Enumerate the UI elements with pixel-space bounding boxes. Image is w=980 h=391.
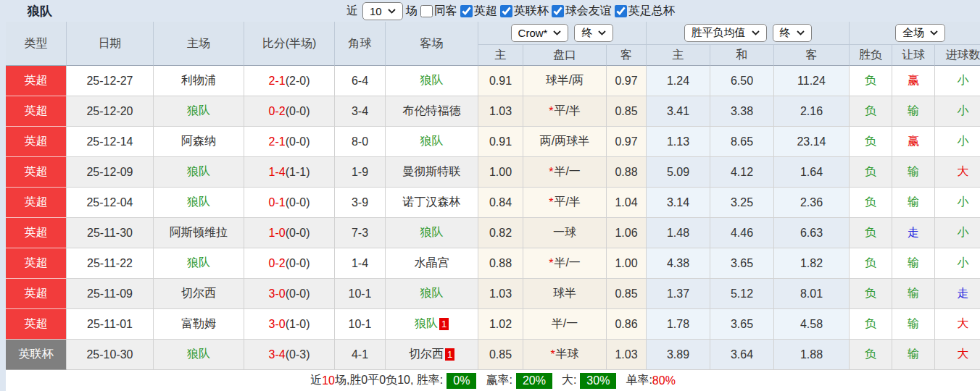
recent-count-select[interactable]: 10 <box>362 2 403 20</box>
away-team-link[interactable]: 布伦特福德 <box>403 104 461 119</box>
score-cell: 3-4(0-3) <box>244 340 335 370</box>
avg-draw-value: 6.50 <box>731 75 753 88</box>
avg-home-value: 3.89 <box>667 348 689 361</box>
avg-select[interactable]: 胜平负均值 <box>684 24 767 42</box>
date-cell: 25-12-04 <box>67 188 154 218</box>
avg-draw-cell: 5.12 <box>710 279 774 309</box>
handicap-result: 赢 <box>908 73 919 88</box>
away-team-cell: 切尔西1 <box>386 340 478 370</box>
sub-header-handicap-result: 让球 <box>892 45 935 66</box>
scope-select[interactable]: 全场 <box>895 24 945 42</box>
type-cell: 英联杯 <box>6 340 67 370</box>
odds-stage-value: 终 <box>581 26 592 40</box>
corner-score: 8-0 <box>352 135 368 148</box>
handicap-result-cell: 输 <box>892 248 935 279</box>
wdl-result-cell: 负 <box>850 188 892 218</box>
avg-away-cell: 4.58 <box>774 309 850 340</box>
corner-score: 3-9 <box>352 196 368 209</box>
halftime-score: (0-0) <box>286 105 310 118</box>
date-label: 25-12-14 <box>86 135 133 148</box>
same-away-label: 同客 <box>434 4 457 19</box>
away-odds-value: 0.85 <box>615 105 637 118</box>
same-away-checkbox[interactable] <box>420 5 433 17</box>
away-team-link[interactable]: 曼彻斯特联 <box>403 164 461 180</box>
home-team-link[interactable]: 狼队 <box>187 195 210 210</box>
home-team-link[interactable]: 狼队 <box>187 256 210 271</box>
league-filter-checkbox-2[interactable] <box>552 5 564 17</box>
date-cell: 25-11-01 <box>67 309 154 340</box>
home-team-cell: 狼队 <box>154 340 244 370</box>
sub-header-odds-home: 主 <box>478 45 523 66</box>
avg-home-cell: 1.13 <box>647 127 710 157</box>
avg-draw-value: 8.65 <box>731 135 753 148</box>
summary-count: 10 <box>322 374 335 387</box>
wdl-result-cell: 负 <box>850 340 892 370</box>
home-team-link[interactable]: 阿森纳 <box>181 134 216 149</box>
away-odds-value: 0.88 <box>615 166 637 179</box>
league-filter-label-0: 英超 <box>474 4 497 19</box>
home-odds-cell: 0.84 <box>478 188 523 218</box>
away-team-cell: 曼彻斯特联 <box>386 157 478 188</box>
home-team-link[interactable]: 狼队 <box>187 164 210 180</box>
handicap-cell: *平/半 <box>523 188 607 218</box>
big-rate-badge: 30% <box>580 373 616 389</box>
league-filter-checkbox-0[interactable] <box>460 5 473 17</box>
home-team-link[interactable]: 富勒姆 <box>181 316 216 332</box>
avg-draw-cell: 3.25 <box>710 188 774 218</box>
wdl-result-cell: 负 <box>850 66 892 96</box>
avg-draw-cell: 8.65 <box>710 127 774 157</box>
away-team-link[interactable]: 诺丁汉森林 <box>403 195 461 210</box>
away-odds-value: 1.03 <box>615 348 637 361</box>
handicap-result-cell: 输 <box>892 279 935 309</box>
col-header-date: 日期 <box>67 22 154 66</box>
avg-stage-select[interactable]: 终 <box>773 24 812 42</box>
goals-result-cell: 小 <box>935 218 980 248</box>
away-odds-cell: 0.86 <box>607 309 647 340</box>
bookmaker-select[interactable]: Crow* <box>511 24 569 42</box>
league-filter-checkbox-3[interactable] <box>615 5 627 17</box>
corner-score: 1-4 <box>352 257 368 270</box>
avg-draw-value: 3.65 <box>731 257 753 270</box>
home-team-link[interactable]: 狼队 <box>187 347 210 362</box>
corner-cell: 10-1 <box>335 309 386 340</box>
wdl-result-cell: 负 <box>850 157 892 188</box>
corner-cell: 1-9 <box>335 157 386 188</box>
handicap-label: 两/两球半 <box>540 134 589 149</box>
league-filter-label-2: 球会友谊 <box>565 4 612 19</box>
score-cell: 1-0(0-0) <box>244 218 335 248</box>
sub-header-odds-away: 客 <box>607 45 647 66</box>
handicap-result: 输 <box>908 347 919 362</box>
home-team-link[interactable]: 利物浦 <box>181 73 216 88</box>
avg-home-value: 5.09 <box>667 166 689 179</box>
wdl-result: 负 <box>865 256 876 271</box>
page-title: 狼队 <box>28 3 52 20</box>
away-team-link[interactable]: 切尔西 <box>409 347 444 362</box>
corner-cell: 7-3 <box>335 218 386 248</box>
away-team-link[interactable]: 狼队 <box>420 73 444 88</box>
home-team-link[interactable]: 狼队 <box>187 104 210 119</box>
handicap-result-cell: 赢 <box>892 66 935 96</box>
win-rate-badge: 0% <box>447 373 476 389</box>
away-team-link[interactable]: 狼队 <box>420 286 444 301</box>
sub-header-goals: 进球数 <box>935 45 980 66</box>
away-team-cell: 狼队 <box>386 279 478 309</box>
home-team-link[interactable]: 阿斯顿维拉 <box>170 225 228 240</box>
away-team-link[interactable]: 水晶宫 <box>415 256 449 271</box>
handicap-star: * <box>550 348 555 361</box>
handicap-result: 输 <box>908 286 919 301</box>
away-team-link[interactable]: 狼队 <box>420 134 444 149</box>
odds-stage-select[interactable]: 终 <box>574 24 613 42</box>
avg-draw-cell: 3.64 <box>710 340 774 370</box>
corner-cell: 1-4 <box>335 248 386 279</box>
away-team-link[interactable]: 狼队 <box>415 316 438 332</box>
halftime-score: (0-0) <box>286 257 310 270</box>
handicap-result-cell: 输 <box>892 340 935 370</box>
home-odds-value: 1.03 <box>489 105 512 118</box>
home-team-link[interactable]: 切尔西 <box>181 286 216 301</box>
away-team-cell: 狼队 <box>386 127 478 157</box>
away-team-link[interactable]: 狼队 <box>420 225 444 240</box>
handicap-result: 赢 <box>908 134 919 149</box>
league-filter-checkbox-1[interactable] <box>500 5 512 17</box>
home-odds-cell: 0.88 <box>478 248 523 279</box>
home-odds-value: 0.91 <box>489 75 512 88</box>
